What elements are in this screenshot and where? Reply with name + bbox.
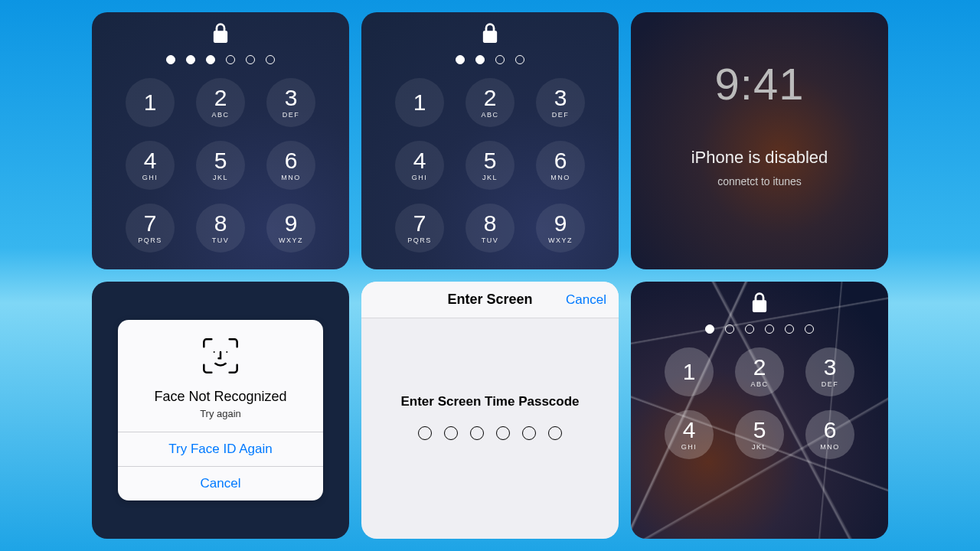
key-letters: MNO	[281, 174, 301, 181]
keypad-key-6[interactable]: 6MNO	[536, 141, 585, 190]
keypad-key-3[interactable]: 3DEF	[805, 347, 854, 396]
lock-icon	[751, 292, 768, 314]
passcode-dot	[266, 55, 275, 64]
key-letters: WXYZ	[279, 236, 303, 244]
passcode-dot	[444, 426, 458, 440]
key-number: 5	[484, 149, 497, 172]
keypad-key-8[interactable]: 8TUV	[466, 204, 514, 253]
key-number: 2	[214, 86, 227, 109]
faceid-alert: Face Not Recognized Try again Try Face I…	[118, 320, 323, 500]
keypad-key-5[interactable]: 5JKL	[466, 141, 514, 190]
keypad-key-4[interactable]: 4GHI	[395, 141, 444, 190]
passcode-dot	[246, 55, 255, 64]
keypad-key-4[interactable]: 4GHI	[665, 410, 714, 459]
key-letters: TUV	[212, 236, 230, 244]
key-number: 6	[285, 149, 298, 172]
keypad-key-1[interactable]: 1	[126, 78, 175, 127]
key-letters: DEF	[283, 111, 300, 119]
passcode-dot	[475, 55, 485, 64]
keypad-key-1[interactable]: 1	[395, 78, 444, 127]
passcode-screen-cracked: 12ABC3DEF4GHI5JKL6MNO	[631, 282, 888, 539]
key-letters: DEF	[822, 380, 839, 388]
passcode-dot	[515, 55, 524, 64]
passcode-dots	[166, 55, 275, 64]
key-number: 2	[484, 86, 497, 109]
key-letters: GHI	[681, 443, 697, 451]
cancel-button[interactable]: Cancel	[566, 292, 606, 308]
key-letters: ABC	[211, 111, 229, 119]
key-number: 9	[285, 212, 298, 235]
clock-time: 9:41	[631, 58, 888, 109]
passcode-dot	[166, 55, 175, 64]
passcode-dots	[705, 324, 814, 334]
keypad-key-9[interactable]: 9WXYZ	[536, 204, 585, 253]
lock-icon	[212, 23, 229, 44]
keypad-key-6[interactable]: 6MNO	[805, 410, 854, 459]
lock-icon	[482, 23, 498, 44]
passcode-dot	[522, 426, 536, 440]
faceid-fail-screen: Face Not Recognized Try again Try Face I…	[92, 282, 349, 539]
key-number: 3	[285, 86, 298, 109]
disabled-title: iPhone is disabled	[631, 148, 888, 168]
keypad-key-9[interactable]: 9WXYZ	[266, 204, 315, 253]
try-faceid-again-button[interactable]: Try Face ID Again	[118, 432, 323, 466]
keypad-key-7[interactable]: 7PQRS	[395, 204, 444, 253]
key-letters: MNO	[550, 174, 570, 181]
alert-subtitle: Try again	[130, 408, 311, 419]
nav-title: Enter Screen	[447, 292, 532, 308]
key-number: 4	[144, 149, 157, 172]
key-letters: GHI	[142, 174, 158, 181]
disabled-subtitle: connetct to itunes	[631, 175, 888, 187]
key-letters: JKL	[482, 174, 498, 181]
key-letters: GHI	[412, 174, 428, 181]
keypad-key-5[interactable]: 5JKL	[735, 410, 784, 459]
keypad-key-2[interactable]: 2ABC	[196, 78, 245, 127]
keypad-key-3[interactable]: 3DEF	[536, 78, 585, 127]
keypad-key-7[interactable]: 7PQRS	[126, 204, 175, 253]
keypad-key-2[interactable]: 2ABC	[735, 347, 784, 396]
key-letters: MNO	[820, 443, 840, 451]
passcode-dot	[765, 324, 774, 334]
keypad-key-8[interactable]: 8TUV	[196, 204, 245, 253]
passcode-dot	[206, 55, 215, 64]
passcode-dot	[548, 426, 562, 440]
keypad-key-6[interactable]: 6MNO	[266, 141, 315, 190]
passcode-dot	[805, 324, 814, 334]
key-number: 1	[683, 360, 696, 383]
keypad-key-3[interactable]: 3DEF	[266, 78, 315, 127]
keypad-key-1[interactable]: 1	[665, 347, 714, 396]
passcode-dot	[725, 324, 734, 334]
key-letters: TUV	[482, 236, 499, 244]
passcode-screen-4digit: 12ABC3DEF4GHI5JKL6MNO7PQRS8TUV9WXYZ	[361, 12, 619, 269]
keypad: 12ABC3DEF4GHI5JKL6MNO7PQRS8TUV9WXYZ	[92, 78, 349, 253]
faceid-icon	[201, 337, 240, 375]
passcode-prompt: Enter Screen Time Passcode	[400, 394, 579, 409]
keypad-key-5[interactable]: 5JKL	[196, 141, 245, 190]
key-number: 3	[824, 356, 837, 379]
passcode-dot	[785, 324, 794, 334]
key-number: 7	[413, 212, 426, 235]
passcode-dot	[456, 55, 465, 64]
svg-point-1	[226, 351, 227, 353]
iphone-disabled-screen: 9:41 iPhone is disabled connetct to itun…	[631, 12, 888, 269]
key-letters: ABC	[481, 111, 498, 119]
passcode-dots	[456, 55, 524, 64]
keypad-key-4[interactable]: 4GHI	[126, 141, 175, 190]
passcode-dot	[226, 55, 235, 64]
passcode-dot	[745, 324, 754, 334]
key-number: 1	[413, 91, 426, 114]
keypad: 12ABC3DEF4GHI5JKL6MNO	[631, 347, 888, 459]
key-letters: JKL	[752, 443, 767, 451]
key-number: 8	[214, 212, 227, 235]
passcode-dot	[418, 426, 432, 440]
key-letters: WXYZ	[548, 236, 573, 244]
passcode-dot	[495, 55, 505, 64]
passcode-dot	[186, 55, 195, 64]
svg-point-0	[214, 351, 215, 353]
key-number: 4	[413, 149, 426, 172]
key-number: 5	[753, 419, 766, 442]
passcode-dot	[496, 426, 510, 440]
cancel-button[interactable]: Cancel	[118, 466, 323, 500]
key-number: 3	[554, 86, 567, 109]
keypad-key-2[interactable]: 2ABC	[466, 78, 514, 127]
